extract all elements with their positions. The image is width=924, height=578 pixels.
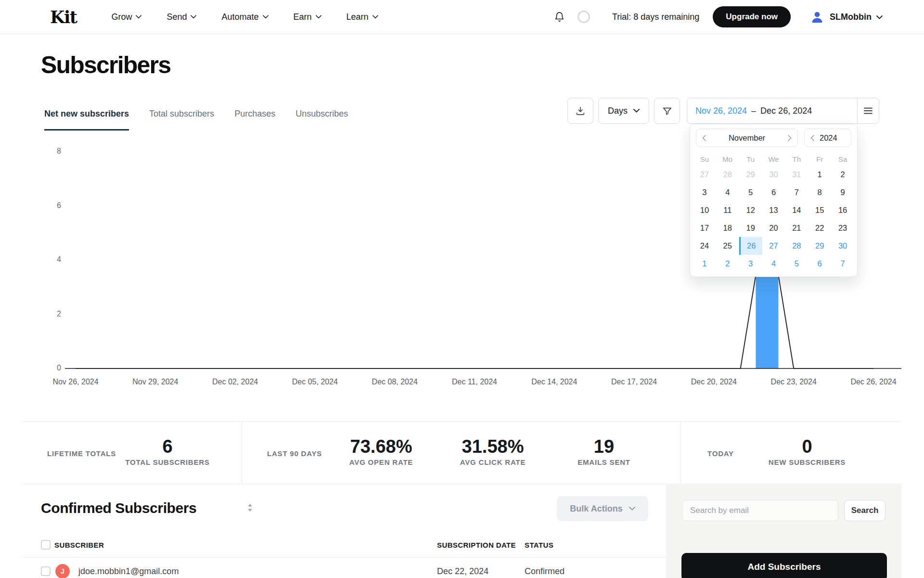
column-header-subscription-date[interactable]: SUBSCRIPTION DATE	[437, 541, 516, 549]
calendar-day-11[interactable]: 11	[716, 201, 739, 219]
calendar-day-16[interactable]: 16	[831, 201, 854, 219]
nav-item-label: Send	[167, 12, 187, 22]
calendar-day-3[interactable]: 3	[739, 255, 762, 273]
calendar-day-3[interactable]: 3	[693, 184, 716, 201]
nav-item-earn[interactable]: Earn	[294, 12, 321, 22]
calendar-day-1[interactable]: 1	[693, 255, 716, 273]
tab-purchases[interactable]: Purchases	[234, 109, 275, 131]
interval-dropdown[interactable]: Days	[598, 98, 649, 124]
upgrade-now-button[interactable]: Upgrade now	[713, 6, 791, 27]
date-range-start[interactable]: Nov 26, 2024	[695, 106, 747, 116]
calendar-day-31[interactable]: 31	[785, 166, 808, 184]
user-name[interactable]: SLMobbin	[830, 12, 872, 22]
sort-icon[interactable]	[246, 503, 254, 514]
calendar-day-30[interactable]: 30	[762, 166, 785, 184]
search-input[interactable]	[682, 500, 838, 521]
nav-item-automate[interactable]: Automate	[221, 12, 268, 22]
calendar-day-12[interactable]: 12	[739, 201, 762, 219]
calendar-day-27[interactable]: 27	[693, 166, 716, 184]
bulk-actions-button[interactable]: Bulk Actions	[557, 496, 648, 521]
calendar-day-26[interactable]: 26	[739, 237, 762, 255]
filter-button[interactable]	[654, 98, 680, 124]
calendar-day-15[interactable]: 15	[808, 201, 831, 219]
calendar-day-5[interactable]: 5	[785, 255, 808, 273]
calendar-day-8[interactable]: 8	[808, 184, 831, 201]
calendar-day-6[interactable]: 6	[808, 255, 831, 273]
month-selector: November	[696, 129, 798, 147]
nav-item-learn[interactable]: Learn	[346, 12, 378, 22]
calendar-day-18[interactable]: 18	[716, 219, 739, 237]
calendar-day-4[interactable]: 4	[716, 184, 739, 201]
calendar-day-10[interactable]: 10	[693, 201, 716, 219]
calendar-day-19[interactable]: 19	[739, 219, 762, 237]
column-header-status[interactable]: STATUS	[525, 541, 553, 549]
calendar-day-24[interactable]: 24	[693, 237, 716, 255]
calendar-day-2[interactable]: 2	[831, 166, 854, 184]
calendar-day-29[interactable]: 29	[808, 237, 831, 255]
calendar-year-label: 2024	[820, 133, 837, 143]
calendar-day-30[interactable]: 30	[831, 237, 854, 255]
calendar-day-28[interactable]: 28	[716, 166, 739, 184]
y-axis-label: 8	[39, 147, 61, 156]
date-range-end[interactable]: Dec 26, 2024	[760, 106, 812, 116]
total-subscribers-value: 6	[125, 437, 209, 456]
calendar-day-1[interactable]: 1	[808, 166, 831, 184]
subscriber-email[interactable]: jdoe.mobbin1@gmail.com	[78, 566, 179, 577]
calendar-day-21[interactable]: 21	[785, 219, 808, 237]
total-subscribers-caption: TOTAL SUBSCRIBERS	[125, 458, 209, 466]
calendar-day-6[interactable]: 6	[762, 184, 785, 201]
hamburger-icon	[864, 107, 873, 114]
notifications-bell-icon[interactable]	[554, 12, 565, 23]
top-nav: Kit GrowSendAutomateEarnLearn Trial: 8 d…	[0, 0, 924, 34]
chart-controls: Days Nov 26, 2024 – Dec 26, 2024	[567, 98, 879, 124]
calendar-day-7[interactable]: 7	[785, 184, 808, 201]
x-axis-label: Dec 20, 2024	[673, 378, 755, 386]
prev-year-chevron-icon[interactable]	[810, 135, 814, 141]
app-logo[interactable]: Kit	[50, 7, 77, 27]
x-axis-label: Dec 26, 2024	[833, 378, 914, 386]
column-header-subscriber[interactable]: SUBSCRIBER	[54, 541, 104, 549]
user-avatar[interactable]	[810, 10, 824, 24]
calendar-day-25[interactable]: 25	[716, 237, 739, 255]
calendar-day-7[interactable]: 7	[831, 255, 854, 273]
calendar-day-17[interactable]: 17	[693, 219, 716, 237]
nav-item-send[interactable]: Send	[167, 12, 196, 22]
date-presets-menu-button[interactable]	[857, 98, 879, 123]
calendar-day-27[interactable]: 27	[762, 237, 785, 255]
download-icon	[575, 105, 586, 116]
download-button[interactable]	[567, 98, 593, 124]
user-menu-chevron-icon[interactable]	[876, 13, 883, 21]
table-row[interactable]: Jjdoe.mobbin1@gmail.comDec 22, 2024Confi…	[23, 558, 666, 578]
calendar-day-23[interactable]: 23	[831, 219, 854, 237]
calendar-day-4[interactable]: 4	[762, 255, 785, 273]
calendar-weekday-row: SuMoTuWeThFrSa	[693, 152, 854, 166]
add-subscribers-button[interactable]: Add Subscribers	[681, 553, 887, 578]
calendar-day-28[interactable]: 28	[785, 237, 808, 255]
stats-row: LIFETIME TOTALS 6 TOTAL SUBSCRIBERS LAST…	[23, 421, 901, 484]
calendar-day-20[interactable]: 20	[762, 219, 785, 237]
y-axis-label: 6	[39, 201, 61, 210]
search-button[interactable]: Search	[844, 500, 886, 521]
tab-unsubscribes[interactable]: Unsubscribes	[295, 109, 348, 131]
calendar-day-5[interactable]: 5	[739, 184, 762, 201]
nav-item-grow[interactable]: Grow	[111, 12, 141, 22]
tab-net-new-subscribers[interactable]: Net new subscribers	[44, 109, 129, 131]
weekday-label: Th	[785, 152, 808, 166]
date-range-control[interactable]: Nov 26, 2024 – Dec 26, 2024	[687, 98, 879, 124]
select-all-checkbox[interactable]	[41, 540, 51, 550]
tab-total-subscribers[interactable]: Total subscribers	[149, 109, 214, 131]
calendar-day-2[interactable]: 2	[716, 255, 739, 273]
calendar-month-label: November	[729, 133, 765, 143]
calendar-day-29[interactable]: 29	[739, 166, 762, 184]
calendar-day-22[interactable]: 22	[808, 219, 831, 237]
status-text: Confirmed	[525, 566, 565, 577]
calendar-day-14[interactable]: 14	[785, 201, 808, 219]
chevron-down-icon	[316, 15, 321, 19]
calendar-day-13[interactable]: 13	[762, 201, 785, 219]
last-90-days-label: LAST 90 DAYS	[267, 449, 322, 458]
row-checkbox[interactable]	[41, 566, 51, 576]
next-month-chevron-icon[interactable]	[788, 135, 792, 141]
calendar-day-grid: 2728293031123456789101112131415161718192…	[693, 166, 854, 273]
prev-month-chevron-icon[interactable]	[702, 135, 706, 141]
calendar-day-9[interactable]: 9	[831, 184, 854, 201]
